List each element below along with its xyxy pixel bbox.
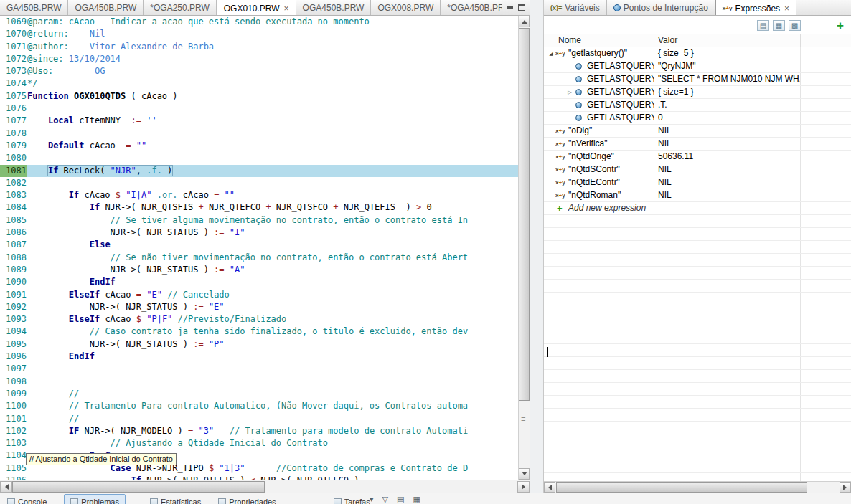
line-number[interactable]: 1071: [0, 41, 27, 53]
line-number[interactable]: 1080: [0, 152, 27, 164]
line-number[interactable]: 1096: [0, 351, 27, 363]
line-number[interactable]: 1099: [0, 388, 27, 400]
line-number[interactable]: 1085: [0, 214, 27, 227]
line-number[interactable]: 1084: [0, 201, 27, 214]
code-line[interactable]: 1090 EndIf: [0, 276, 518, 288]
line-number[interactable]: 1092: [0, 301, 27, 313]
code-line[interactable]: 1095 NJR->( NJR_STATUS ) := "P": [0, 338, 518, 351]
add-expression-icon[interactable]: +: [837, 20, 844, 31]
code-line[interactable]: 1106 If NJR->( NJR_QTEFIS ) < NJR->( NJR…: [0, 475, 518, 480]
code-line[interactable]: 1080: [0, 152, 518, 164]
scroll-left-icon[interactable]: [544, 482, 555, 493]
line-number[interactable]: 1098: [0, 376, 27, 388]
line-number[interactable]: 1079: [0, 140, 27, 152]
close-tab-icon[interactable]: ×: [284, 4, 289, 14]
editor-tab[interactable]: *OGA250.PRW: [144, 0, 216, 15]
column-header-valor[interactable]: Valor: [654, 34, 801, 47]
table-row[interactable]: x+y"nQtdEContr"NIL: [544, 176, 851, 189]
code-line[interactable]: 1101 //---------------------------------…: [0, 413, 518, 425]
code-line[interactable]: 1103 // Ajustando a Qtidade Inicial do C…: [0, 437, 518, 450]
line-number[interactable]: 1082: [0, 177, 27, 189]
code-line[interactable]: 1097: [0, 363, 518, 375]
editor-horizontal-scrollbar[interactable]: [0, 480, 530, 493]
panel-tab[interactable]: (x)=Variáveis: [544, 0, 607, 15]
line-number[interactable]: 1091: [0, 289, 27, 301]
view-menu-icon[interactable]: ▾: [370, 495, 374, 504]
code-line[interactable]: 1088 // Se não tiver movimentação no con…: [0, 252, 518, 264]
panel-tab[interactable]: Pontos de Interrupção: [607, 0, 715, 15]
code-line[interactable]: 1072@since: 13/10/2014: [0, 53, 518, 65]
line-number[interactable]: 1104: [0, 450, 27, 462]
table-row[interactable]: x+y"nQtdOrige"50636.11: [544, 151, 851, 163]
code-line[interactable]: 1099 //---------------------------------…: [0, 388, 518, 400]
bottom-tab[interactable]: Estatísticas: [144, 494, 207, 504]
code-line[interactable]: 1083 If cAcao $ "I|A" .or. cAcao = "": [0, 189, 518, 201]
bottom-tab[interactable]: Problemas: [64, 494, 126, 504]
code-line[interactable]: 1069@param: cAcao – Indicar a acao que e…: [0, 16, 518, 28]
code-line[interactable]: 1096 EndIf: [0, 351, 518, 363]
code-line[interactable]: 1071@author: Vitor Alexandre de Barba: [0, 41, 518, 53]
line-number[interactable]: 1078: [0, 128, 27, 140]
panel-horizontal-scrollbar[interactable]: [544, 481, 851, 493]
line-number[interactable]: 1081: [0, 165, 27, 177]
table-row[interactable]: ▷GETLASTQUERY({ size=1 }: [544, 86, 851, 99]
table-row[interactable]: x+y"nQtdRoman"NIL: [544, 189, 851, 202]
line-number[interactable]: 1075: [0, 90, 27, 103]
editor-tab[interactable]: OGX010.PRW×: [217, 0, 296, 15]
code-line[interactable]: 1078: [0, 128, 518, 140]
code-line[interactable]: 1098: [0, 376, 518, 388]
line-number[interactable]: 1076: [0, 103, 27, 115]
line-number[interactable]: 1083: [0, 189, 27, 201]
line-number[interactable]: 1106: [0, 475, 27, 480]
bottom-tab[interactable]: Propriedades: [212, 494, 281, 504]
line-number[interactable]: 1070: [0, 28, 27, 40]
line-number[interactable]: 1087: [0, 239, 27, 251]
minimize-icon[interactable]: [507, 6, 513, 9]
code-line[interactable]: 1081 If RecLock( "NJR", .f. ): [0, 165, 518, 177]
code-area[interactable]: 1069@param: cAcao – Indicar a acao que e…: [0, 16, 518, 480]
column-header-nome[interactable]: Nome: [544, 34, 654, 47]
line-number[interactable]: 1072: [0, 53, 27, 65]
add-expression-icon[interactable]: +: [555, 202, 568, 214]
code-line[interactable]: 1082: [0, 177, 518, 189]
show-columns-icon[interactable]: ▤: [757, 20, 769, 31]
vertical-scrollbar[interactable]: ≡: [518, 16, 530, 480]
code-line[interactable]: 1075Function OGX010QTDS ( cAcao ): [0, 90, 518, 103]
line-number[interactable]: 1102: [0, 425, 27, 437]
line-number[interactable]: 1090: [0, 276, 27, 288]
scroll-up-icon[interactable]: [519, 16, 530, 27]
editor-tab[interactable]: OGA450B.PRW: [68, 0, 144, 15]
line-number[interactable]: 1101: [0, 413, 27, 425]
table-row[interactable]: x+y"oDlg"NIL: [544, 125, 851, 138]
code-line[interactable]: 1074*/: [0, 77, 518, 90]
line-number[interactable]: 1097: [0, 363, 27, 375]
horizontal-scrollbar-thumb[interactable]: [12, 481, 265, 493]
line-number[interactable]: 1094: [0, 325, 27, 338]
table-row[interactable]: GETLASTQUERY("QryNJM": [544, 60, 851, 73]
panel-tab[interactable]: x+yExpressões×: [715, 0, 796, 15]
line-number[interactable]: 1077: [0, 115, 27, 127]
code-line[interactable]: 1102 IF NJR->( NJR_MODELO ) = "3" // Tra…: [0, 425, 518, 437]
bottom-tab[interactable]: Console: [1, 494, 52, 504]
close-tab-icon[interactable]: ×: [784, 4, 789, 14]
line-number[interactable]: 1086: [0, 227, 27, 239]
table-row[interactable]: GETLASTQUERY(.T.: [544, 99, 851, 112]
code-line[interactable]: 1087 Else: [0, 239, 518, 251]
line-number[interactable]: 1089: [0, 264, 27, 276]
collapse-all-icon[interactable]: ▩: [789, 20, 801, 31]
editor-tab[interactable]: GA450B.PRW: [0, 0, 68, 15]
code-line[interactable]: 1079 Default cAcao = "": [0, 140, 518, 152]
line-number[interactable]: 1105: [0, 462, 27, 475]
scroll-left-icon[interactable]: [0, 481, 12, 493]
filter-icon[interactable]: ▽: [382, 495, 388, 504]
code-line[interactable]: 1076: [0, 103, 518, 115]
code-line[interactable]: 1093 ElseIf cAcao $ "P|F" //Previsto/Fin…: [0, 313, 518, 325]
code-line[interactable]: 1070@return: Nil: [0, 28, 518, 40]
expander-collapsed-icon[interactable]: ▷: [565, 86, 574, 98]
code-line[interactable]: 1100 // Tratamento Para contrato Automat…: [0, 400, 518, 412]
table-row[interactable]: ◢x+y"getlastquery()"{ size=5 }: [544, 47, 851, 60]
editor-tab[interactable]: OGA450B.PRW: [296, 0, 372, 15]
scroll-right-icon[interactable]: [517, 481, 530, 493]
code-line[interactable]: 1085 // Se tiver alguma movimentação no …: [0, 214, 518, 227]
line-number[interactable]: 1069: [0, 16, 27, 28]
